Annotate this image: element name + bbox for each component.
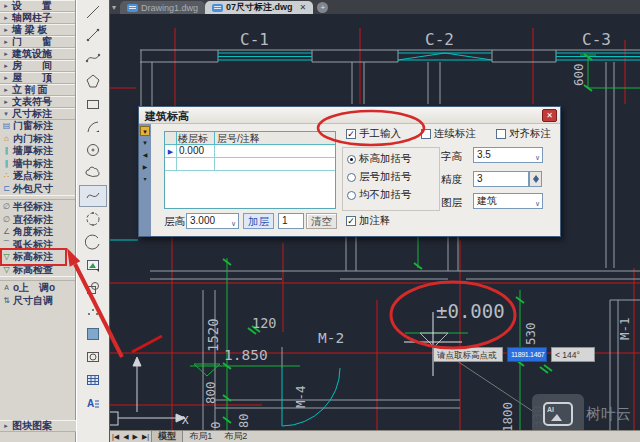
elevation-tool-icon-5[interactable]: ▾ bbox=[140, 174, 150, 184]
sidebar-group-text-symbol[interactable]: ▸文表符号 bbox=[0, 96, 75, 108]
tab-07-dimension[interactable]: 07尺寸标注.dwg ✕ bbox=[205, 1, 313, 14]
add-floor-button[interactable]: 加层 bbox=[243, 213, 274, 229]
tab-drawing1[interactable]: Drawing1.dwg bbox=[120, 1, 205, 14]
polygon-tool-button[interactable] bbox=[79, 70, 107, 92]
text-tool-button[interactable]: A bbox=[79, 392, 107, 414]
precision-spinner[interactable] bbox=[529, 171, 542, 187]
first-layout-button[interactable]: |◀ bbox=[110, 433, 121, 441]
elevation-tool-icon-3[interactable]: ◀ bbox=[140, 150, 150, 160]
point-tool-button[interactable] bbox=[79, 300, 107, 322]
sidebar-group-wall-beam[interactable]: ▸墙 梁 板 bbox=[0, 24, 75, 36]
sidebar-group-grid-column[interactable]: ▸轴网柱子 bbox=[0, 12, 75, 24]
dwg-file-icon bbox=[212, 4, 223, 12]
rectangle-icon bbox=[85, 96, 101, 112]
add-count-input[interactable]: 1 bbox=[278, 213, 304, 229]
rectangle-tool-button[interactable] bbox=[79, 93, 107, 115]
sidebar-group-facilities[interactable]: ▸建筑设施 bbox=[0, 48, 75, 60]
floor-elevation-table[interactable]: 楼层标 层号/注释 ▶ 0.000 bbox=[164, 131, 336, 209]
tab-label: 07尺寸标注.dwg bbox=[226, 1, 293, 14]
align-dim-checkbox[interactable]: 对齐标注 bbox=[496, 127, 551, 141]
image-insert-tool-button[interactable] bbox=[79, 254, 107, 276]
watermark-logo: AI bbox=[532, 394, 584, 430]
sidebar-item-door-window-dim[interactable]: ▤门窗标注 bbox=[0, 120, 75, 133]
last-layout-button[interactable]: ▶| bbox=[140, 433, 151, 441]
elevation-tool-icon-4[interactable]: ▶ bbox=[140, 162, 150, 172]
sidebar-group-room[interactable]: ▸房 间 bbox=[0, 60, 75, 72]
table-row-empty[interactable] bbox=[165, 158, 335, 171]
sidebar-group-elevation-section[interactable]: ▸立 剖 面 bbox=[0, 84, 75, 96]
continuous-dim-checkbox[interactable]: 连续标注 bbox=[421, 127, 476, 141]
curve-tool-button[interactable] bbox=[79, 47, 107, 69]
wipeout-tool-button[interactable] bbox=[79, 277, 107, 299]
circle-icon bbox=[85, 142, 101, 158]
tab-overflow-menu-icon[interactable]: ▾ bbox=[112, 3, 116, 12]
layout1-tab[interactable]: 布局1 bbox=[183, 431, 218, 442]
sidebar-item-elevation-check[interactable]: ▽标高检查 bbox=[0, 264, 75, 277]
table-tool-button[interactable] bbox=[79, 369, 107, 391]
sidebar-item-point-dim[interactable]: ∴逐点标注 bbox=[0, 170, 75, 183]
dropdown-arrow-icon: ∨ bbox=[535, 151, 540, 165]
arc-continue-tool-button[interactable] bbox=[79, 231, 107, 253]
new-tab-button[interactable]: + bbox=[317, 2, 328, 13]
cloud-icon bbox=[85, 165, 101, 181]
elevation-cell-empty[interactable] bbox=[177, 158, 215, 170]
region-tool-button[interactable] bbox=[79, 346, 107, 368]
sidebar-item-dim-self-adjust[interactable]: ⇅尺寸自调 bbox=[0, 295, 75, 308]
sidebar-item-diameter-dim[interactable]: ∅直径标注 bbox=[0, 214, 75, 227]
sidebar-group-settings[interactable]: ▸设 置 bbox=[0, 0, 75, 12]
revision-cloud-tool-button[interactable] bbox=[79, 162, 107, 184]
radio-elevation-bracket[interactable]: 标高加括号 bbox=[347, 152, 439, 166]
sidebar-item-wall-thickness-dim[interactable]: ∥墙厚标注 bbox=[0, 145, 75, 158]
next-layout-button[interactable]: ▶ bbox=[131, 433, 140, 441]
table-row[interactable]: ▶ 0.000 bbox=[165, 145, 335, 158]
arc-tool-button[interactable] bbox=[79, 116, 107, 138]
hatch-tool-button[interactable] bbox=[79, 323, 107, 345]
dialog-title: 建筑标高 bbox=[145, 109, 189, 124]
elevation-tool-icon-2[interactable]: ▼ bbox=[140, 138, 150, 148]
manual-input-checkbox[interactable]: ✓ 手工输入 bbox=[346, 127, 401, 141]
sidebar-group-block-pattern[interactable]: ▸图块图案 bbox=[0, 420, 76, 432]
ellipse-tool-button[interactable] bbox=[79, 208, 107, 230]
text-height-select[interactable]: 3.5 ∨ bbox=[473, 147, 543, 163]
radio-label: 均不加括号 bbox=[359, 188, 412, 202]
sidebar-item-outer-dim[interactable]: ⊏外包尺寸 bbox=[0, 183, 75, 196]
sidebar-item-inner-door-dim[interactable]: ⌂内门标注 bbox=[0, 133, 75, 146]
line-tool-button[interactable] bbox=[79, 1, 107, 23]
polyline-tool-button[interactable] bbox=[79, 24, 107, 46]
floor-height-select[interactable]: 3.000 ∨ bbox=[186, 213, 239, 229]
add-note-checkbox[interactable]: ✓ 加注释 bbox=[346, 214, 391, 228]
precision-input[interactable]: 3 bbox=[473, 171, 529, 187]
marker-column-header bbox=[165, 132, 177, 144]
radius-dim-icon: ∅ bbox=[2, 201, 11, 214]
note-cell[interactable] bbox=[215, 145, 335, 157]
sidebar-group-dimension[interactable]: ▾尺寸标注 bbox=[0, 108, 75, 120]
elevation-cell[interactable]: 0.000 bbox=[177, 145, 215, 157]
circle-tool-button[interactable] bbox=[79, 139, 107, 161]
dialog-close-button[interactable]: ✕ bbox=[542, 109, 557, 122]
model-tab[interactable]: 模型 bbox=[151, 431, 183, 442]
wall-center-dim-icon: ∥ bbox=[2, 158, 11, 171]
note-cell-empty[interactable] bbox=[215, 158, 335, 170]
tab-close-icon[interactable]: ✕ bbox=[300, 3, 307, 12]
sidebar-group-roof[interactable]: ▸屋 顶 bbox=[0, 72, 75, 84]
dynamic-input-value[interactable]: 11891.1467 bbox=[507, 347, 547, 362]
clear-button[interactable]: 清空 bbox=[306, 213, 337, 229]
sidebar-item-angle-dim[interactable]: ∠角度标注 bbox=[0, 226, 75, 239]
sidebar-item-wall-center-dim[interactable]: ∥墙中标注 bbox=[0, 158, 75, 171]
dialog-title-bar[interactable]: 建筑标高 bbox=[139, 107, 560, 124]
sidebar-item-radius-dim[interactable]: ∅半径标注 bbox=[0, 201, 75, 214]
sidebar-group-door-window[interactable]: ▸门 窗 bbox=[0, 36, 75, 48]
prev-layout-button[interactable]: ◀ bbox=[121, 433, 130, 441]
spline-tool-button[interactable] bbox=[79, 185, 107, 207]
group-arrow-icon: ▸ bbox=[2, 24, 10, 36]
manual-input-label: 手工输入 bbox=[359, 127, 401, 141]
sidebar-item-elevation-dim[interactable]: ▽标高标注 bbox=[0, 251, 75, 264]
sidebar-item-text-adjust[interactable]: Ao上 调o bbox=[0, 282, 75, 295]
layer-select[interactable]: 建筑 ∨ bbox=[473, 193, 543, 209]
layout2-tab[interactable]: 布局2 bbox=[218, 431, 253, 442]
dim-self-adjust-icon: ⇅ bbox=[2, 295, 11, 308]
elevation-tool-icon[interactable]: ▼ bbox=[140, 126, 150, 136]
sidebar-item-arc-length-dim[interactable]: ⌒弧长标注 bbox=[0, 239, 75, 252]
radio-floor-bracket[interactable]: 层号加括号 bbox=[347, 170, 439, 184]
radio-no-bracket[interactable]: 均不加括号 bbox=[347, 188, 439, 202]
